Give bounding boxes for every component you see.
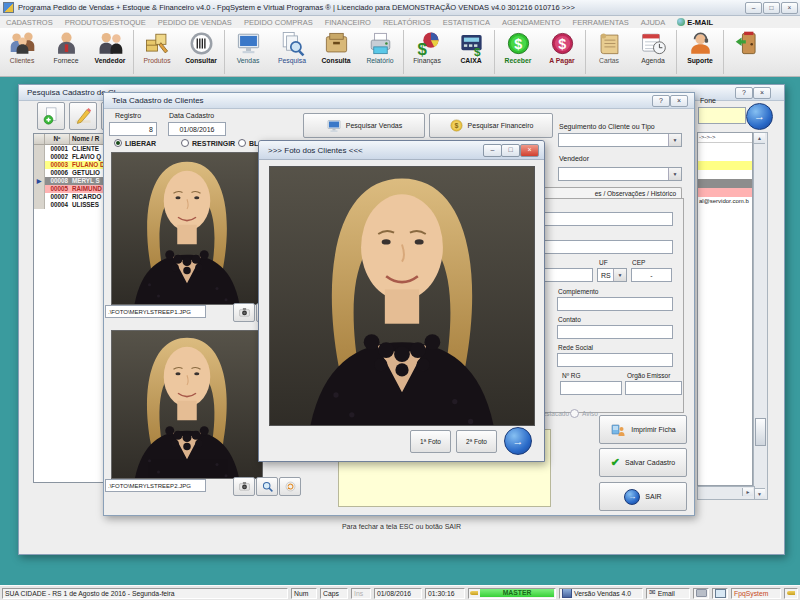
foto2-button[interactable]: 2ª Foto — [456, 430, 497, 453]
menu-item[interactable]: AJUDA — [635, 18, 672, 27]
salvar-cadastro-button[interactable]: ✔ Salvar Cadastro — [599, 448, 687, 477]
horizontal-scrollbar[interactable] — [697, 486, 755, 500]
vendedor-select[interactable] — [558, 167, 682, 181]
toolbar-item[interactable]: Relatório — [358, 30, 402, 74]
rg-field[interactable] — [560, 381, 622, 395]
orgao-emissor-label: Orgão Emissor — [627, 372, 670, 379]
registro-field[interactable]: 8 — [109, 122, 157, 136]
chevron-down-icon[interactable] — [668, 168, 681, 180]
foto1-button[interactable]: 1ª Foto — [410, 430, 451, 453]
toolbar-item[interactable]: A Pagar — [540, 30, 584, 74]
scrollbar-thumb[interactable] — [755, 418, 766, 446]
pencil-icon — [73, 106, 93, 126]
menu-item[interactable]: PEDIDO DE VENDAS — [152, 18, 238, 27]
minimize-icon[interactable]: – — [745, 2, 762, 14]
pesquisar-vendas-button[interactable]: Pesquisar Vendas — [303, 113, 425, 138]
toolbar-item[interactable]: Clientes — [0, 30, 44, 74]
close-icon[interactable]: × — [781, 2, 798, 14]
seguimento-select[interactable] — [558, 133, 682, 147]
menu-item[interactable]: CADASTROS — [0, 18, 59, 27]
orgao-emissor-field[interactable] — [625, 381, 682, 395]
new-record-button[interactable] — [37, 102, 65, 130]
menu-item[interactable]: RELATÓRIOS — [377, 18, 437, 27]
toolbar-item[interactable]: Vendas — [224, 30, 270, 74]
cashier-icon — [458, 30, 485, 57]
pesquisar-vendas-label: Pesquisar Vendas — [346, 122, 402, 129]
toolbar-item[interactable]: Agenda — [631, 30, 675, 74]
list-item[interactable] — [698, 170, 752, 179]
scroll-up-icon[interactable]: ▲ — [754, 133, 765, 144]
toolbar-item[interactable] — [723, 30, 769, 74]
scroll-down-icon[interactable]: ▼ — [754, 488, 765, 499]
maximize-icon[interactable]: □ — [763, 2, 780, 14]
close-icon[interactable] — [753, 87, 771, 99]
uf-select[interactable]: RS — [597, 268, 627, 282]
status-panel-text: Email — [658, 589, 675, 598]
list-item[interactable] — [698, 206, 752, 215]
radio-liberar[interactable]: LIBERAR — [114, 139, 156, 147]
toolbar-item[interactable]: Receber — [494, 30, 540, 74]
list-item[interactable] — [698, 179, 752, 188]
next-arrow-icon[interactable] — [504, 427, 532, 455]
radio-aviso[interactable]: Aviso — [570, 409, 598, 418]
toolbar-item[interactable]: Suporte — [676, 30, 722, 74]
vendedor-label: Vendedor — [559, 155, 589, 162]
clients-icon — [9, 30, 36, 57]
pesquisar-financeiro-button[interactable]: Pesquisar Financeiro — [429, 113, 553, 138]
list-item[interactable] — [698, 143, 752, 152]
complemento-field[interactable] — [557, 297, 673, 311]
menu-item[interactable]: PRODUTOS/ESTOQUE — [59, 18, 152, 27]
radio-bloquear[interactable]: BL — [238, 139, 258, 147]
toolbar-item[interactable]: Fornece — [44, 30, 88, 74]
toolbar-item[interactable]: Vendedor — [88, 30, 132, 74]
search-go-icon[interactable] — [746, 103, 773, 130]
menu-item-label: PEDIDO DE VENDAS — [158, 18, 232, 27]
toolbar-item[interactable]: Cartas — [585, 30, 631, 74]
radio-restringir[interactable]: RESTRINGIR — [181, 139, 235, 147]
close-icon[interactable] — [520, 144, 539, 157]
menu-item[interactable]: FINANCEIRO — [319, 18, 377, 27]
view-photo2-button[interactable] — [256, 477, 278, 496]
list-item[interactable]: al@servidor.com.b — [698, 197, 752, 206]
minimize-icon[interactable] — [483, 144, 502, 157]
fone-input[interactable] — [698, 107, 746, 124]
contato-field[interactable] — [557, 325, 673, 339]
list-item[interactable] — [698, 161, 752, 170]
photo1-path-field[interactable]: .\FOTO\MERYLSTREEP1.JPG — [105, 305, 206, 318]
cadastro-titlebar[interactable]: Tela Cadastro de Clientes — [104, 93, 694, 109]
menu-item[interactable]: FERRAMENTAS — [567, 18, 635, 27]
data-cadastro-field[interactable]: 01/08/2016 — [168, 122, 226, 136]
chevron-down-icon[interactable] — [613, 269, 626, 281]
help-icon[interactable] — [652, 95, 670, 107]
menu-item[interactable]: E-MAIL — [671, 18, 719, 27]
imprimir-ficha-button[interactable]: Imprimir Ficha — [599, 415, 687, 444]
help-icon[interactable] — [735, 87, 753, 99]
toolbar-item[interactable]: Finanças — [403, 30, 449, 74]
chevron-down-icon[interactable] — [668, 134, 681, 146]
vertical-scrollbar[interactable]: ▲ ▼ — [753, 132, 768, 500]
reload-photo2-button[interactable] — [279, 477, 301, 496]
toolbar-item[interactable]: Pesquisa — [270, 30, 314, 74]
screen: Programa Pedido de Vendas + Estoque & Fi… — [0, 0, 800, 600]
menu-item[interactable]: PEDIDO COMPRAS — [238, 18, 319, 27]
toolbar-item[interactable]: Consulta — [314, 30, 358, 74]
rede-social-field[interactable] — [557, 353, 673, 367]
list-item[interactable] — [698, 188, 752, 197]
menu-item[interactable]: ESTATISTICA — [437, 18, 496, 27]
sair-button[interactable]: SAIR — [599, 482, 687, 511]
toolbar-item[interactable]: CAIXA — [449, 30, 493, 74]
list-item[interactable]: ->->-> — [698, 133, 752, 143]
menu-item[interactable]: AGENDAMENTO — [496, 18, 567, 27]
selector-header — [34, 134, 45, 144]
capture-photo2-button[interactable] — [233, 477, 255, 496]
toolbar-item[interactable]: Consultar — [179, 30, 223, 74]
photo2-path-field[interactable]: .\FOTO\MERYLSTREEP2.JPG — [105, 479, 206, 492]
edit-record-button[interactable] — [69, 102, 97, 130]
cep-field[interactable]: - — [631, 268, 672, 282]
maximize-icon[interactable] — [501, 144, 520, 157]
foto-titlebar[interactable]: >>> Foto dos Clientes <<< — [259, 141, 544, 160]
list-item[interactable] — [698, 152, 752, 161]
capture-photo1-button[interactable] — [233, 303, 255, 322]
toolbar-item[interactable]: Produtos — [133, 30, 179, 74]
close-icon[interactable] — [670, 95, 688, 107]
